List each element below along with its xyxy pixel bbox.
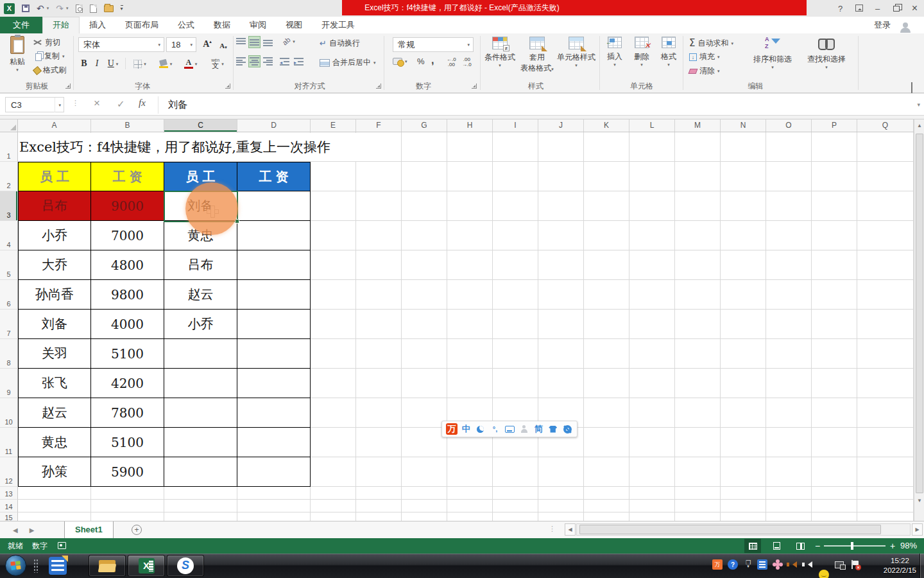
column-header-F[interactable]: F	[356, 119, 402, 132]
undo-icon[interactable]: ↶	[37, 4, 44, 13]
cell-G13[interactable]	[402, 487, 447, 500]
clear-button[interactable]: 清除▾	[689, 66, 720, 76]
tray-audio-icon[interactable]	[788, 559, 798, 570]
cell-Q4[interactable]	[857, 221, 914, 250]
cell-O9[interactable]	[766, 369, 812, 398]
scroll-left-icon[interactable]: ◀	[565, 523, 576, 536]
zoom-slider-track[interactable]	[824, 545, 886, 547]
merge-center-button[interactable]: 合并后居中▾	[320, 57, 376, 68]
cell-O4[interactable]	[766, 221, 812, 250]
align-right-button[interactable]	[262, 55, 274, 67]
cell-A2[interactable]: 员工	[18, 162, 91, 191]
cell-H6[interactable]	[447, 280, 493, 310]
cell-J14[interactable]	[538, 500, 584, 512]
cell-A3[interactable]: 吕布	[18, 191, 91, 221]
cell-J5[interactable]	[538, 250, 584, 280]
underline-button[interactable]: U▾	[104, 57, 122, 71]
tab-data[interactable]: 数据	[204, 17, 240, 33]
cell-O7[interactable]	[766, 310, 812, 339]
row-header-13[interactable]: 13	[0, 487, 18, 500]
cell-C11[interactable]	[164, 428, 237, 457]
row-header-5[interactable]: 5	[0, 250, 18, 280]
cell-N12[interactable]	[721, 457, 766, 487]
tray-help-icon[interactable]: ?	[728, 559, 738, 570]
ime-keyboard-icon[interactable]	[504, 423, 515, 435]
cell-Q10[interactable]	[857, 398, 914, 428]
cell-K5[interactable]	[584, 250, 629, 280]
cell-F9[interactable]	[356, 369, 402, 398]
cell-O8[interactable]	[766, 339, 812, 369]
cell-C14[interactable]	[164, 500, 237, 512]
cell-G1[interactable]	[402, 132, 447, 162]
save-icon[interactable]	[22, 4, 30, 12]
cell-G6[interactable]	[402, 280, 447, 310]
cell-M6[interactable]	[675, 280, 721, 310]
cell-F3[interactable]	[356, 191, 402, 221]
column-header-M[interactable]: M	[675, 119, 721, 132]
cell-B12[interactable]: 5900	[91, 457, 164, 487]
cell-B2[interactable]: 工资	[91, 162, 164, 191]
format-cells-button[interactable]: 格式▾	[656, 37, 681, 67]
cell-D10[interactable]	[237, 398, 311, 428]
cell-F8[interactable]	[356, 339, 402, 369]
cell-J3[interactable]	[538, 191, 584, 221]
cell-C8[interactable]	[164, 339, 237, 369]
number-format-select[interactable]: 常规▾	[393, 37, 474, 52]
cell-C13[interactable]	[164, 487, 237, 500]
paste-button[interactable]: 粘贴 ▾	[4, 36, 31, 72]
row-header-9[interactable]: 9	[0, 369, 18, 398]
cell-Q12[interactable]	[857, 457, 914, 487]
column-header-G[interactable]: G	[402, 119, 447, 132]
cell-F15[interactable]	[356, 512, 402, 521]
cell-K12[interactable]	[584, 457, 629, 487]
row-header-12[interactable]: 12	[0, 457, 18, 487]
cell-C10[interactable]	[164, 398, 237, 428]
cell-H9[interactable]	[447, 369, 493, 398]
cut-button[interactable]: 剪切	[33, 37, 60, 48]
alignment-dialog-launcher[interactable]	[376, 83, 381, 89]
cell-Q5[interactable]	[857, 250, 914, 280]
cell-H2[interactable]	[447, 162, 493, 191]
network-icon[interactable]	[834, 559, 844, 570]
select-all-corner[interactable]	[0, 119, 18, 132]
zoom-slider-thumb[interactable]	[851, 542, 853, 550]
cell-C7[interactable]: 小乔	[164, 310, 237, 339]
cell-B14[interactable]	[91, 500, 164, 512]
help-icon[interactable]: ?	[831, 4, 850, 13]
fill-button[interactable]: ↓填充▾	[689, 51, 720, 62]
sogou-browser-button[interactable]: S	[167, 555, 204, 577]
cell-E15[interactable]	[311, 512, 356, 521]
column-header-I[interactable]: I	[493, 119, 538, 132]
cell-Q3[interactable]	[857, 191, 914, 221]
cell-G7[interactable]	[402, 310, 447, 339]
formula-content[interactable]: 刘备	[168, 99, 187, 111]
cell-L15[interactable]	[629, 512, 675, 521]
row-header-1[interactable]: 1	[0, 132, 18, 162]
font-size-select[interactable]: 18▾	[166, 37, 196, 52]
cell-B7[interactable]: 4000	[91, 310, 164, 339]
cell-A7[interactable]: 刘备	[18, 310, 91, 339]
cell-J6[interactable]	[538, 280, 584, 310]
cell-O12[interactable]	[766, 457, 812, 487]
shrink-font-button[interactable]: A▾	[217, 39, 230, 53]
italic-button[interactable]: I	[92, 57, 102, 71]
cell-N10[interactable]	[721, 398, 766, 428]
cell-E7[interactable]	[311, 310, 356, 339]
next-sheet-icon[interactable]: ▶	[30, 527, 35, 534]
cell-D5[interactable]	[237, 250, 311, 280]
cell-N1[interactable]	[721, 132, 766, 162]
column-header-A[interactable]: A	[18, 119, 91, 132]
cell-M3[interactable]	[675, 191, 721, 221]
cell-E11[interactable]	[311, 428, 356, 457]
cell-L4[interactable]	[629, 221, 675, 250]
cell-E8[interactable]	[311, 339, 356, 369]
cell-P8[interactable]	[812, 339, 857, 369]
column-header-Q[interactable]: Q	[857, 119, 914, 132]
cell-I15[interactable]	[493, 512, 538, 521]
show-desktop-button[interactable]	[920, 554, 924, 578]
cell-I14[interactable]	[493, 500, 538, 512]
cell-B10[interactable]: 7800	[91, 398, 164, 428]
tray-flower-icon[interactable]	[773, 559, 783, 570]
increase-indent-button[interactable]: ▸	[293, 55, 305, 67]
undo-dropdown-icon[interactable]: ▾	[47, 6, 49, 11]
